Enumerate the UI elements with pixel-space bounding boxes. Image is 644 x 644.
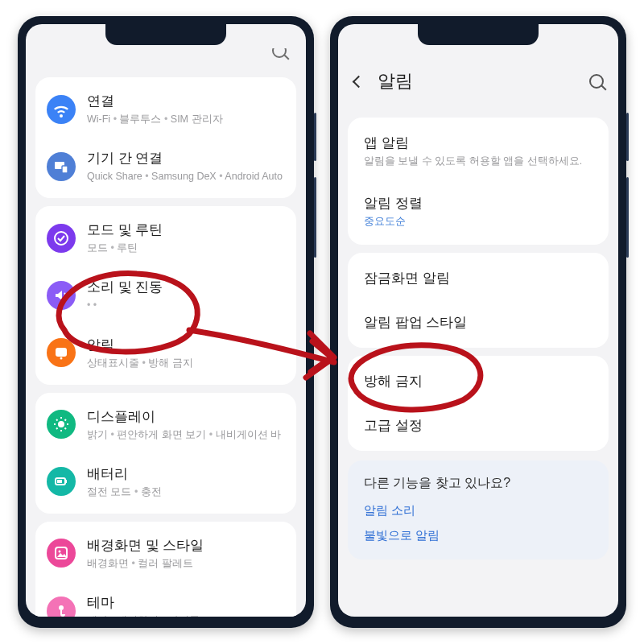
settings-row-advanced-settings[interactable]: 고급 설정 bbox=[348, 403, 609, 448]
row-subtitle: 중요도순 bbox=[364, 215, 592, 229]
row-subtitle: 절전 모드충전 bbox=[87, 485, 283, 499]
brush-icon bbox=[47, 597, 76, 617]
settings-row-sounds-vibration[interactable]: 소리 및 진동 bbox=[35, 266, 296, 324]
row-subtitle bbox=[87, 298, 283, 312]
row-subtitle: 밝기편안하게 화면 보기내비게이션 바 bbox=[87, 427, 283, 442]
screen-right: 알림 앱 알림알림을 보낼 수 있도록 허용할 앱을 선택하세요.알림 정렬중요… bbox=[338, 24, 618, 617]
settings-group: 앱 알림알림을 보낼 수 있도록 허용할 앱을 선택하세요.알림 정렬중요도순 bbox=[348, 118, 609, 245]
row-subtitle: Quick ShareSamsung DeXAndroid Auto bbox=[87, 169, 283, 184]
palette-icon bbox=[47, 539, 76, 568]
wifi-icon bbox=[47, 95, 76, 124]
svg-rect-1 bbox=[62, 166, 68, 173]
row-subtitle: 알림을 보낼 수 있도록 허용할 앱을 선택하세요. bbox=[364, 155, 592, 168]
settings-group: 배경화면 및 스타일배경화면컬러 팔레트테마테마배경화면아이콘 bbox=[35, 522, 296, 617]
bell-icon bbox=[47, 338, 76, 367]
row-title: 배경화면 및 스타일 bbox=[87, 536, 283, 555]
more-features-card: 다른 기능을 찾고 있나요?알림 소리불빛으로 알림 bbox=[348, 460, 609, 559]
settings-row-connected-devices[interactable]: 기기 간 연결Quick ShareSamsung DeXAndroid Aut… bbox=[35, 138, 296, 195]
settings-row-battery[interactable]: 배터리절전 모드충전 bbox=[35, 453, 296, 510]
settings-row-modes-routines[interactable]: 모드 및 루틴모드루틴 bbox=[35, 209, 296, 266]
row-title: 앱 알림 bbox=[364, 134, 592, 152]
row-title: 알림 팝업 스타일 bbox=[364, 313, 592, 332]
row-title: 모드 및 루틴 bbox=[87, 221, 283, 239]
settings-group: 연결Wi-Fi블루투스SIM 관리자기기 간 연결Quick ShareSams… bbox=[35, 77, 296, 198]
search-icon[interactable] bbox=[589, 74, 604, 89]
row-subtitle: Wi-Fi블루투스SIM 관리자 bbox=[87, 112, 283, 126]
row-title: 디스플레이 bbox=[87, 407, 283, 426]
row-title: 배터리 bbox=[87, 464, 283, 483]
sun-icon bbox=[47, 410, 76, 439]
row-subtitle: 상태표시줄방해 금지 bbox=[87, 356, 283, 370]
svg-line-13 bbox=[65, 419, 67, 421]
row-subtitle: 배경화면컬러 팔레트 bbox=[87, 556, 283, 571]
settings-row-do-not-disturb[interactable]: 방해 금지 bbox=[348, 359, 609, 403]
back-icon[interactable] bbox=[353, 75, 365, 88]
header-bar: 알림 bbox=[338, 48, 618, 109]
svg-rect-16 bbox=[57, 480, 62, 483]
settings-row-connections[interactable]: 연결Wi-Fi블루투스SIM 관리자 bbox=[35, 80, 296, 138]
battery-icon bbox=[47, 467, 76, 496]
row-subtitle: 테마배경화면아이콘 bbox=[87, 613, 283, 617]
row-title: 방해 금지 bbox=[364, 372, 592, 390]
row-title: 알림 정렬 bbox=[364, 194, 592, 213]
page-title: 알림 bbox=[378, 69, 589, 93]
svg-line-10 bbox=[56, 419, 58, 421]
svg-point-2 bbox=[55, 232, 68, 245]
settings-row-notification-popup-style[interactable]: 알림 팝업 스타일 bbox=[348, 300, 609, 345]
svg-point-5 bbox=[58, 421, 64, 427]
search-icon[interactable] bbox=[272, 48, 287, 58]
svg-line-12 bbox=[56, 428, 58, 430]
settings-group: 방해 금지고급 설정 bbox=[348, 356, 609, 451]
sound-icon bbox=[47, 281, 76, 310]
more-title: 다른 기능을 찾고 있나요? bbox=[364, 475, 592, 492]
settings-row-display[interactable]: 디스플레이밝기편안하게 화면 보기내비게이션 바 bbox=[35, 396, 296, 453]
settings-row-lockscreen-notifications[interactable]: 잠금화면 알림 bbox=[348, 256, 609, 300]
row-subtitle: 모드루틴 bbox=[87, 241, 283, 255]
notch bbox=[418, 24, 539, 45]
phone-right: 알림 앱 알림알림을 보낼 수 있도록 허용할 앱을 선택하세요.알림 정렬중요… bbox=[330, 16, 626, 628]
settings-title-cut: ᄂᄋ bbox=[26, 48, 306, 69]
svg-rect-3 bbox=[56, 348, 67, 357]
svg-point-18 bbox=[59, 551, 61, 553]
svg-point-19 bbox=[59, 605, 64, 610]
settings-row-wallpaper-style[interactable]: 배경화면 및 스타일배경화면컬러 팔레트 bbox=[35, 525, 296, 582]
devices-icon bbox=[47, 152, 76, 181]
settings-row-themes[interactable]: 테마테마배경화면아이콘 bbox=[35, 582, 296, 617]
notch bbox=[105, 24, 226, 45]
settings-row-notification-sort[interactable]: 알림 정렬중요도순 bbox=[348, 181, 609, 242]
row-title: 알림 bbox=[87, 336, 283, 354]
row-title: 연결 bbox=[87, 92, 283, 110]
svg-rect-15 bbox=[65, 480, 67, 483]
phone-left: ᄂᄋ 연결Wi-Fi블루투스SIM 관리자기기 간 연결Quick ShareS… bbox=[18, 16, 314, 628]
settings-row-app-notifications[interactable]: 앱 알림알림을 보낼 수 있도록 허용할 앱을 선택하세요. bbox=[348, 121, 609, 181]
check-icon bbox=[47, 224, 76, 253]
settings-row-notifications[interactable]: 알림상태표시줄방해 금지 bbox=[35, 324, 296, 382]
settings-group: 디스플레이밝기편안하게 화면 보기내비게이션 바배터리절전 모드충전 bbox=[35, 393, 296, 514]
settings-group: 모드 및 루틴모드루틴소리 및 진동알림상태표시줄방해 금지 bbox=[35, 206, 296, 384]
screen-left: ᄂᄋ 연결Wi-Fi블루투스SIM 관리자기기 간 연결Quick ShareS… bbox=[26, 24, 306, 617]
row-title: 소리 및 진동 bbox=[87, 278, 283, 296]
svg-line-11 bbox=[65, 428, 67, 430]
svg-point-4 bbox=[60, 357, 63, 360]
more-link[interactable]: 알림 소리 bbox=[364, 503, 592, 518]
row-title: 기기 간 연결 bbox=[87, 149, 283, 167]
settings-group: 잠금화면 알림알림 팝업 스타일 bbox=[348, 253, 609, 348]
row-title: 잠금화면 알림 bbox=[364, 269, 592, 287]
row-title: 테마 bbox=[87, 593, 283, 612]
row-title: 고급 설정 bbox=[364, 416, 592, 435]
more-link[interactable]: 불빛으로 알림 bbox=[364, 528, 592, 543]
